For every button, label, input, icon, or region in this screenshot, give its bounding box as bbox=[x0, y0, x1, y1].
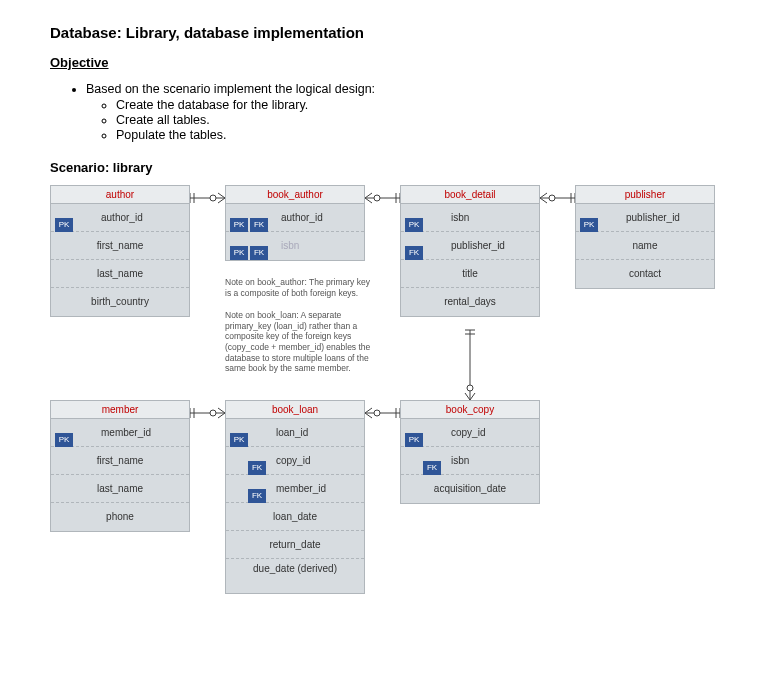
svg-line-13 bbox=[540, 193, 547, 198]
svg-line-33 bbox=[465, 393, 470, 400]
entity-book-copy: book_copy PKcopy_id FKisbn acquisition_d… bbox=[400, 400, 540, 504]
entity-title: author bbox=[51, 186, 189, 204]
svg-point-27 bbox=[374, 410, 380, 416]
entity-title: book_loan bbox=[226, 401, 364, 419]
field-name: last_name bbox=[51, 260, 189, 288]
field-name: contact bbox=[576, 260, 714, 288]
field-name: publisher_id bbox=[626, 204, 680, 232]
field-name: copy_id bbox=[451, 419, 485, 447]
pk-badge: PK bbox=[230, 218, 248, 232]
field-name: member_id bbox=[276, 475, 326, 503]
entity-title: publisher bbox=[576, 186, 714, 204]
fk-badge: FK bbox=[423, 461, 441, 475]
svg-line-14 bbox=[540, 198, 547, 203]
field-name: due_date (derived) bbox=[226, 562, 364, 576]
entity-member: member PKmember_id first_name last_name … bbox=[50, 400, 190, 532]
svg-point-5 bbox=[210, 195, 216, 201]
svg-line-4 bbox=[218, 198, 225, 203]
pk-badge: PK bbox=[55, 433, 73, 447]
svg-line-22 bbox=[218, 413, 225, 418]
objective-item: Populate the tables. bbox=[116, 128, 712, 142]
field-name: author_id bbox=[281, 204, 323, 232]
svg-line-8 bbox=[365, 198, 372, 203]
svg-point-9 bbox=[374, 195, 380, 201]
svg-line-34 bbox=[470, 393, 475, 400]
field-name: author_id bbox=[101, 204, 143, 232]
field-name: return_date bbox=[226, 531, 364, 559]
entity-title: book_copy bbox=[401, 401, 539, 419]
field-name: first_name bbox=[51, 232, 189, 260]
entity-book-loan: book_loan PKloan_id FKcopy_id FKmember_i… bbox=[225, 400, 365, 594]
field-name: birth_country bbox=[51, 288, 189, 316]
field-name: isbn bbox=[451, 447, 469, 475]
er-diagram: author PKauthor_id first_name last_name … bbox=[50, 185, 710, 665]
fk-badge: FK bbox=[248, 461, 266, 475]
note-book-loan: Note on book_loan: A separate primary_ke… bbox=[225, 310, 385, 374]
pk-badge: PK bbox=[55, 218, 73, 232]
field-name: title bbox=[401, 260, 539, 288]
entity-title: member bbox=[51, 401, 189, 419]
pk-badge: PK bbox=[230, 246, 248, 260]
pk-badge: PK bbox=[580, 218, 598, 232]
svg-line-21 bbox=[218, 408, 225, 413]
svg-line-26 bbox=[365, 413, 372, 418]
field-name: loan_date bbox=[226, 503, 364, 531]
fk-badge: FK bbox=[250, 218, 268, 232]
svg-line-25 bbox=[365, 408, 372, 413]
note-book-author: Note on book_author: The primary key is … bbox=[225, 277, 375, 298]
entity-publisher: publisher PKpublisher_id name contact bbox=[575, 185, 715, 289]
scenario-heading: Scenario: library bbox=[50, 160, 712, 175]
field-name: acquisition_date bbox=[401, 475, 539, 503]
field-name: member_id bbox=[101, 419, 151, 447]
entity-book-detail: book_detail PKisbn FKpublisher_id title … bbox=[400, 185, 540, 317]
svg-point-23 bbox=[210, 410, 216, 416]
page-title: Database: Library, database implementati… bbox=[50, 24, 712, 41]
objective-list: Based on the scenario implement the logi… bbox=[50, 82, 712, 142]
svg-line-7 bbox=[365, 193, 372, 198]
fk-badge: FK bbox=[248, 489, 266, 503]
field-name: publisher_id bbox=[451, 232, 505, 260]
svg-point-35 bbox=[467, 385, 473, 391]
field-name: loan_id bbox=[276, 419, 308, 447]
objective-item: Create all tables. bbox=[116, 113, 712, 127]
field-name: isbn bbox=[281, 232, 299, 260]
objective-lead: Based on the scenario implement the logi… bbox=[86, 82, 375, 96]
objective-item: Create the database for the library. bbox=[116, 98, 712, 112]
field-name: isbn bbox=[451, 204, 469, 232]
pk-badge: PK bbox=[405, 433, 423, 447]
fk-badge: FK bbox=[405, 246, 423, 260]
pk-badge: PK bbox=[230, 433, 248, 447]
pk-badge: PK bbox=[405, 218, 423, 232]
field-name: name bbox=[576, 232, 714, 260]
fk-badge: FK bbox=[250, 246, 268, 260]
entity-title: book_detail bbox=[401, 186, 539, 204]
entity-title: book_author bbox=[226, 186, 364, 204]
field-name: copy_id bbox=[276, 447, 310, 475]
objective-heading: Objective bbox=[50, 55, 712, 70]
field-name: phone bbox=[51, 503, 189, 531]
field-name: first_name bbox=[51, 447, 189, 475]
field-name: last_name bbox=[51, 475, 189, 503]
svg-line-3 bbox=[218, 193, 225, 198]
field-name: rental_days bbox=[401, 288, 539, 316]
entity-author: author PKauthor_id first_name last_name … bbox=[50, 185, 190, 317]
svg-point-15 bbox=[549, 195, 555, 201]
entity-book-author: book_author PKFKauthor_id PKFKisbn bbox=[225, 185, 365, 261]
